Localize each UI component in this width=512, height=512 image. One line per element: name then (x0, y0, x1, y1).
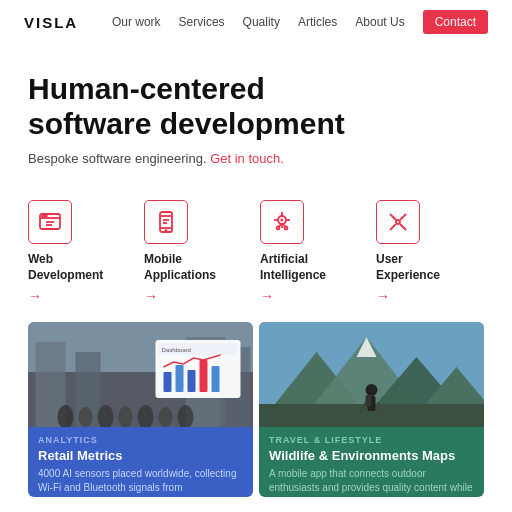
svg-rect-59 (366, 395, 372, 407)
service-mobile-label: MobileApplications (144, 252, 216, 283)
hero-title: Human-centered software development (28, 72, 388, 141)
service-ux: UserExperience → (376, 200, 484, 304)
nav-services[interactable]: Services (179, 15, 225, 29)
logo: VISLA (24, 14, 78, 31)
svg-point-13 (281, 219, 284, 222)
service-web-label: WebDevelopment (28, 252, 103, 283)
hero-subtitle-text: Bespoke software engineering. (28, 151, 207, 166)
cards-section: Dashboard ANALYTICS Retail Metrics 4000 … (0, 314, 512, 497)
svg-line-23 (400, 214, 406, 220)
svg-point-2 (42, 215, 44, 217)
service-ux-label: UserExperience (376, 252, 440, 283)
services-section: WebDevelopment → MobileApplications → (0, 182, 512, 314)
svg-rect-48 (200, 360, 208, 392)
svg-rect-45 (164, 372, 172, 392)
nav-articles[interactable]: Articles (298, 15, 337, 29)
ai-icon (260, 200, 304, 244)
service-ux-arrow[interactable]: → (376, 288, 390, 304)
web-icon (28, 200, 72, 244)
nav: Our work Services Quality Articles About… (112, 10, 488, 34)
ux-icon (376, 200, 420, 244)
card-2-tag: TRAVEL & LIFESTYLE (269, 435, 474, 445)
card-2-desc: A mobile app that connects outdoor enthu… (269, 467, 474, 497)
service-mobile-applications: MobileApplications → (144, 200, 252, 304)
svg-point-57 (366, 384, 378, 396)
card-1-tag: ANALYTICS (38, 435, 243, 445)
card-2-body: TRAVEL & LIFESTYLE Wildlife & Environmen… (259, 427, 484, 497)
svg-point-36 (79, 407, 93, 427)
card-1-body: ANALYTICS Retail Metrics 4000 AI sensors… (28, 427, 253, 497)
svg-point-26 (396, 220, 400, 224)
service-ai: ArtificialIntelligence → (260, 200, 368, 304)
service-mobile-arrow[interactable]: → (144, 288, 158, 304)
svg-line-20 (279, 224, 282, 227)
svg-line-28 (401, 225, 403, 227)
get-in-touch-link[interactable]: Get in touch. (210, 151, 284, 166)
svg-text:Dashboard: Dashboard (162, 347, 191, 353)
svg-point-38 (119, 406, 133, 427)
contact-button[interactable]: Contact (423, 10, 488, 34)
mobile-icon (144, 200, 188, 244)
svg-point-3 (45, 215, 47, 217)
svg-line-22 (390, 224, 396, 230)
card-2-title: Wildlife & Environments Maps (269, 448, 474, 464)
nav-quality[interactable]: Quality (243, 15, 280, 29)
svg-point-9 (165, 230, 166, 231)
svg-point-40 (159, 407, 173, 427)
nav-about-us[interactable]: About Us (355, 15, 404, 29)
hero-subtitle: Bespoke software engineering. Get in tou… (28, 151, 484, 166)
service-ai-arrow[interactable]: → (260, 288, 274, 304)
hero-section: Human-centered software development Besp… (0, 44, 512, 182)
svg-rect-47 (188, 370, 196, 392)
svg-line-27 (393, 217, 395, 219)
svg-rect-49 (212, 366, 220, 392)
card-retail-metrics[interactable]: Dashboard ANALYTICS Retail Metrics 4000 … (28, 322, 253, 497)
svg-rect-46 (176, 365, 184, 392)
card-1-desc: 4000 AI sensors placed worldwide, collec… (38, 467, 243, 497)
header: VISLA Our work Services Quality Articles… (0, 0, 512, 44)
nav-our-work[interactable]: Our work (112, 15, 161, 29)
service-web-arrow[interactable]: → (28, 288, 42, 304)
service-ai-label: ArtificialIntelligence (260, 252, 326, 283)
card-wildlife-maps[interactable]: TRAVEL & LIFESTYLE Wildlife & Environmen… (259, 322, 484, 497)
card-1-title: Retail Metrics (38, 448, 243, 464)
service-web-development: WebDevelopment → (28, 200, 136, 304)
svg-line-21 (283, 224, 286, 227)
